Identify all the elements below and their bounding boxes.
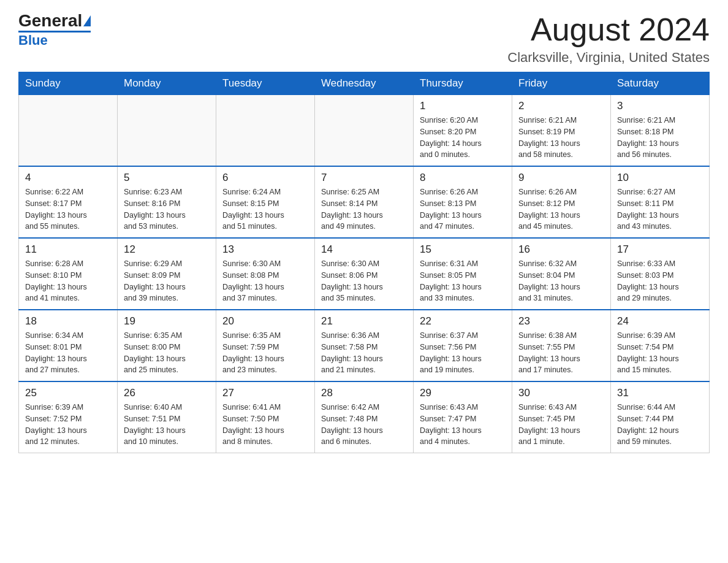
day-number: 11 [25,243,111,256]
day-info: Sunrise: 6:26 AMSunset: 8:13 PMDaylight:… [420,186,506,232]
calendar-cell: 25Sunrise: 6:39 AMSunset: 7:52 PMDayligh… [19,381,118,453]
day-info: Sunrise: 6:38 AMSunset: 7:55 PMDaylight:… [518,330,604,376]
day-info: Sunrise: 6:43 AMSunset: 7:47 PMDaylight:… [420,402,506,448]
calendar-cell: 22Sunrise: 6:37 AMSunset: 7:56 PMDayligh… [414,310,512,381]
calendar-week-1: 1Sunrise: 6:20 AMSunset: 8:20 PMDaylight… [19,95,710,167]
calendar-cell: 20Sunrise: 6:35 AMSunset: 7:59 PMDayligh… [216,310,315,381]
day-info: Sunrise: 6:33 AMSunset: 8:03 PMDaylight:… [617,258,703,304]
day-info: Sunrise: 6:21 AMSunset: 8:19 PMDaylight:… [518,115,604,161]
calendar-cell: 31Sunrise: 6:44 AMSunset: 7:44 PMDayligh… [611,381,710,453]
day-info: Sunrise: 6:39 AMSunset: 7:54 PMDaylight:… [617,330,703,376]
day-info: Sunrise: 6:34 AMSunset: 8:01 PMDaylight:… [25,330,111,376]
day-info: Sunrise: 6:40 AMSunset: 7:51 PMDaylight:… [124,402,210,448]
day-info: Sunrise: 6:20 AMSunset: 8:20 PMDaylight:… [420,115,506,161]
day-info: Sunrise: 6:25 AMSunset: 8:14 PMDaylight:… [321,186,407,232]
calendar-cell: 26Sunrise: 6:40 AMSunset: 7:51 PMDayligh… [118,381,216,453]
logo-general-text: General [18,12,82,29]
day-info: Sunrise: 6:31 AMSunset: 8:05 PMDaylight:… [420,258,506,304]
day-number: 27 [222,387,308,399]
calendar-cell: 10Sunrise: 6:27 AMSunset: 8:11 PMDayligh… [611,166,710,238]
calendar-cell: 17Sunrise: 6:33 AMSunset: 8:03 PMDayligh… [611,238,710,310]
day-info: Sunrise: 6:37 AMSunset: 7:56 PMDaylight:… [420,330,506,376]
calendar-cell: 11Sunrise: 6:28 AMSunset: 8:10 PMDayligh… [19,238,118,310]
weekday-header-tuesday: Tuesday [216,72,315,95]
day-info: Sunrise: 6:22 AMSunset: 8:17 PMDaylight:… [25,186,111,232]
day-info: Sunrise: 6:21 AMSunset: 8:18 PMDaylight:… [617,115,703,161]
calendar-cell: 2Sunrise: 6:21 AMSunset: 8:19 PMDaylight… [512,95,611,167]
weekday-header-wednesday: Wednesday [315,72,414,95]
calendar-cell: 29Sunrise: 6:43 AMSunset: 7:47 PMDayligh… [414,381,512,453]
weekday-header-sunday: Sunday [19,72,118,95]
day-number: 22 [420,315,506,327]
calendar-cell: 19Sunrise: 6:35 AMSunset: 8:00 PMDayligh… [118,310,216,381]
day-info: Sunrise: 6:35 AMSunset: 8:00 PMDaylight:… [124,330,210,376]
logo: General Blue [18,12,91,48]
day-number: 15 [420,243,506,256]
day-info: Sunrise: 6:29 AMSunset: 8:09 PMDaylight:… [124,258,210,304]
day-number: 14 [321,243,407,256]
calendar-week-3: 11Sunrise: 6:28 AMSunset: 8:10 PMDayligh… [19,238,710,310]
day-info: Sunrise: 6:27 AMSunset: 8:11 PMDaylight:… [617,186,703,232]
day-number: 2 [518,100,604,112]
calendar-cell: 28Sunrise: 6:42 AMSunset: 7:48 PMDayligh… [315,381,414,453]
day-number: 18 [25,315,111,327]
day-info: Sunrise: 6:30 AMSunset: 8:08 PMDaylight:… [222,258,308,304]
calendar-cell: 24Sunrise: 6:39 AMSunset: 7:54 PMDayligh… [611,310,710,381]
calendar-cell: 16Sunrise: 6:32 AMSunset: 8:04 PMDayligh… [512,238,611,310]
weekday-header-monday: Monday [118,72,216,95]
calendar-cell: 9Sunrise: 6:26 AMSunset: 8:12 PMDaylight… [512,166,611,238]
calendar-cell: 13Sunrise: 6:30 AMSunset: 8:08 PMDayligh… [216,238,315,310]
calendar-cell: 1Sunrise: 6:20 AMSunset: 8:20 PMDaylight… [414,95,512,167]
calendar-week-2: 4Sunrise: 6:22 AMSunset: 8:17 PMDaylight… [19,166,710,238]
calendar-cell [118,95,216,167]
day-info: Sunrise: 6:44 AMSunset: 7:44 PMDaylight:… [617,402,703,448]
calendar-table: SundayMondayTuesdayWednesdayThursdayFrid… [18,72,710,453]
page-header: General Blue August 2024 Clarksville, Vi… [18,12,710,66]
day-number: 7 [321,172,407,184]
day-number: 6 [222,172,308,184]
calendar-cell: 6Sunrise: 6:24 AMSunset: 8:15 PMDaylight… [216,166,315,238]
day-number: 16 [518,243,604,256]
day-number: 9 [518,172,604,184]
day-number: 29 [420,387,506,399]
day-number: 19 [124,315,210,327]
logo-triangle-icon [83,15,91,26]
calendar-cell: 5Sunrise: 6:23 AMSunset: 8:16 PMDaylight… [118,166,216,238]
weekday-header-saturday: Saturday [611,72,710,95]
weekday-header-friday: Friday [512,72,611,95]
calendar-cell: 4Sunrise: 6:22 AMSunset: 8:17 PMDaylight… [19,166,118,238]
logo-blue-text: Blue [18,33,48,48]
calendar-header-row: SundayMondayTuesdayWednesdayThursdayFrid… [19,72,710,95]
calendar-cell: 15Sunrise: 6:31 AMSunset: 8:05 PMDayligh… [414,238,512,310]
day-info: Sunrise: 6:36 AMSunset: 7:58 PMDaylight:… [321,330,407,376]
calendar-cell: 21Sunrise: 6:36 AMSunset: 7:58 PMDayligh… [315,310,414,381]
day-number: 5 [124,172,210,184]
day-number: 1 [420,100,506,112]
day-number: 23 [518,315,604,327]
day-info: Sunrise: 6:41 AMSunset: 7:50 PMDaylight:… [222,402,308,448]
calendar-cell: 27Sunrise: 6:41 AMSunset: 7:50 PMDayligh… [216,381,315,453]
day-info: Sunrise: 6:24 AMSunset: 8:15 PMDaylight:… [222,186,308,232]
calendar-cell: 7Sunrise: 6:25 AMSunset: 8:14 PMDaylight… [315,166,414,238]
calendar-cell: 14Sunrise: 6:30 AMSunset: 8:06 PMDayligh… [315,238,414,310]
day-info: Sunrise: 6:23 AMSunset: 8:16 PMDaylight:… [124,186,210,232]
location-text: Clarksville, Virginia, United States [507,50,710,66]
day-number: 30 [518,387,604,399]
day-number: 24 [617,315,703,327]
calendar-cell: 30Sunrise: 6:43 AMSunset: 7:45 PMDayligh… [512,381,611,453]
calendar-week-5: 25Sunrise: 6:39 AMSunset: 7:52 PMDayligh… [19,381,710,453]
day-info: Sunrise: 6:28 AMSunset: 8:10 PMDaylight:… [25,258,111,304]
weekday-header-thursday: Thursday [414,72,512,95]
calendar-cell: 23Sunrise: 6:38 AMSunset: 7:55 PMDayligh… [512,310,611,381]
calendar-week-4: 18Sunrise: 6:34 AMSunset: 8:01 PMDayligh… [19,310,710,381]
day-number: 13 [222,243,308,256]
day-number: 25 [25,387,111,399]
day-info: Sunrise: 6:43 AMSunset: 7:45 PMDaylight:… [518,402,604,448]
day-number: 26 [124,387,210,399]
calendar-cell [315,95,414,167]
month-title: August 2024 [507,12,710,47]
day-info: Sunrise: 6:42 AMSunset: 7:48 PMDaylight:… [321,402,407,448]
calendar-cell: 3Sunrise: 6:21 AMSunset: 8:18 PMDaylight… [611,95,710,167]
day-number: 3 [617,100,703,112]
calendar-cell [19,95,118,167]
